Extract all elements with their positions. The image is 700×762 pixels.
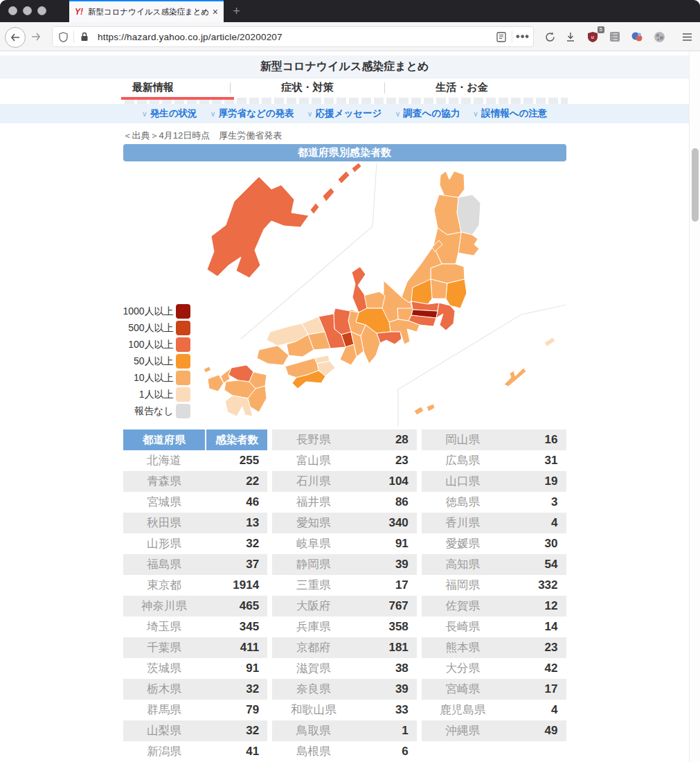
- case-count: 3: [504, 495, 566, 509]
- legend-swatch: [176, 371, 190, 385]
- tab-bar: Y! 新型コロナウイルス感染症まとめ × +: [0, 0, 700, 22]
- table-row: 愛媛県30: [422, 533, 566, 554]
- close-tab-icon[interactable]: ×: [213, 6, 218, 17]
- case-count: 49: [504, 724, 566, 738]
- case-count: 54: [504, 558, 566, 572]
- extension-list-icon[interactable]: [607, 29, 623, 44]
- legend-swatch: [176, 304, 190, 319]
- case-count: 411: [205, 641, 267, 655]
- table-row: 神奈川県465: [123, 596, 268, 617]
- header-case-count: 感染者数: [206, 429, 267, 450]
- legend-row: 報告なし: [123, 404, 190, 418]
- tab-latest-info[interactable]: 最新情報: [76, 78, 230, 97]
- table-row: 石川県104: [272, 471, 417, 492]
- case-count: 22: [205, 475, 267, 488]
- prefecture-name: 長野県: [272, 432, 355, 448]
- prefecture-name: 埼玉県: [123, 619, 206, 635]
- legend-label: 10人以上: [134, 372, 174, 384]
- legend-row: 10人以上: [123, 371, 190, 385]
- case-count: 767: [355, 599, 417, 613]
- download-icon[interactable]: [562, 29, 579, 44]
- url-text[interactable]: https://hazard.yahoo.co.jp/article/20200…: [95, 32, 491, 42]
- prefecture-name: 奈良県: [272, 682, 355, 697]
- legend-row: 500人以上: [123, 321, 190, 335]
- refresh-icon[interactable]: [541, 29, 558, 44]
- table-row: 栃木県32: [123, 679, 268, 700]
- table-row: 静岡県39: [272, 554, 417, 575]
- table-row: 和歌山県33: [272, 700, 417, 720]
- prefecture-name: 佐賀県: [422, 599, 504, 614]
- subnav-item-mhlw-announcements[interactable]: ∨厚労省などの発表: [210, 107, 294, 120]
- case-count: 86: [355, 495, 417, 509]
- table-row: 香川県4: [422, 513, 566, 533]
- back-button[interactable]: [5, 27, 26, 48]
- subnav-item-support-messages[interactable]: ∨応援メッセージ: [307, 107, 382, 120]
- scrollbar-track[interactable]: [689, 51, 700, 762]
- amami-island: [544, 337, 555, 346]
- tab-life-money[interactable]: 生活・お金: [385, 78, 539, 97]
- subnav-item-survey-cooperation[interactable]: ∨調査への協力: [395, 107, 460, 120]
- case-count: 38: [355, 662, 417, 675]
- scrollbar-thumb[interactable]: [692, 148, 699, 222]
- forward-button[interactable]: [26, 27, 46, 46]
- case-count: 31: [504, 454, 566, 468]
- table-column: 都道府県感染者数北海道255青森県22宮城県46秋田県13山形県32福島県37東…: [123, 429, 268, 762]
- close-window-button[interactable]: [8, 6, 17, 15]
- case-count: 46: [205, 495, 267, 509]
- prefecture-name: 鹿児島県: [422, 702, 504, 718]
- table-row: 佐賀県12: [422, 596, 566, 617]
- table-row: 奈良県39: [272, 679, 417, 700]
- prefecture-name: 東京都: [123, 578, 206, 593]
- prefecture-name: 愛媛県: [422, 536, 504, 551]
- lock-icon[interactable]: [74, 32, 95, 42]
- subnav-item-misinformation-warning[interactable]: ∨誤情報への注意: [473, 107, 547, 120]
- subnav-item-outbreak-status[interactable]: ∨発生の状況: [142, 107, 197, 120]
- case-count: 32: [205, 537, 267, 551]
- page-actions-icon[interactable]: •••: [512, 30, 533, 43]
- table-row: 滋賀県38: [272, 658, 417, 679]
- table-row: 島根県6: [272, 741, 417, 762]
- prefecture-name: 岐阜県: [272, 536, 355, 551]
- chevron-down-icon: ∨: [473, 109, 478, 118]
- ishigaki-island: [427, 404, 435, 411]
- browser-tab[interactable]: Y! 新型コロナウイルス感染症まとめ ×: [69, 0, 224, 22]
- extension-globe-icon[interactable]: [651, 29, 667, 44]
- page-tab-nav: 最新情報 症状・対策 生活・お金: [0, 78, 689, 97]
- minimize-window-button[interactable]: [23, 6, 32, 15]
- forward-arrow-icon: [31, 33, 41, 41]
- case-count: 16: [504, 433, 566, 447]
- menu-hamburger-icon[interactable]: [679, 29, 695, 44]
- table-row: 宮城県46: [123, 492, 268, 513]
- reader-mode-icon[interactable]: [491, 32, 512, 42]
- legend-row: 1000人以上: [123, 304, 190, 319]
- tracking-protection-shield-icon[interactable]: [53, 32, 73, 42]
- legend-swatch: [176, 337, 190, 352]
- adblock-shield-icon[interactable]: u 5: [584, 29, 601, 44]
- prefecture-name: 京都府: [272, 640, 355, 655]
- adblock-badge-count: 5: [598, 26, 604, 33]
- prefecture-name: 大阪府: [272, 599, 355, 614]
- prefecture-name: 香川県: [422, 515, 504, 531]
- extension-spheres-icon[interactable]: [629, 29, 645, 44]
- table-row: 鳥取県1: [272, 720, 417, 741]
- okinawa-main-island: [504, 368, 526, 387]
- table-row: 山形県32: [123, 533, 268, 554]
- url-bar[interactable]: https://hazard.yahoo.co.jp/article/20200…: [52, 26, 534, 47]
- maximize-window-button[interactable]: [37, 6, 46, 15]
- new-tab-button[interactable]: +: [233, 0, 240, 22]
- case-count: 358: [355, 620, 417, 634]
- legend-label: 50人以上: [134, 355, 174, 368]
- table-row: 茨城県91: [123, 658, 268, 679]
- prefecture-name: 新潟県: [123, 744, 206, 759]
- window-controls: [8, 6, 46, 15]
- tab-symptoms-measures[interactable]: 症状・対策: [231, 78, 384, 97]
- legend-row: 50人以上: [123, 354, 190, 369]
- prefecture-name: 熊本県: [422, 640, 504, 655]
- table-row: 埼玉県345: [123, 617, 268, 637]
- case-count: 12: [504, 599, 566, 613]
- case-count: 1: [355, 724, 417, 738]
- table-row: 山梨県32: [123, 720, 268, 741]
- case-count: 104: [355, 475, 417, 488]
- prefecture-name: 宮城県: [123, 495, 206, 510]
- prefecture-name: 兵庫県: [272, 619, 355, 635]
